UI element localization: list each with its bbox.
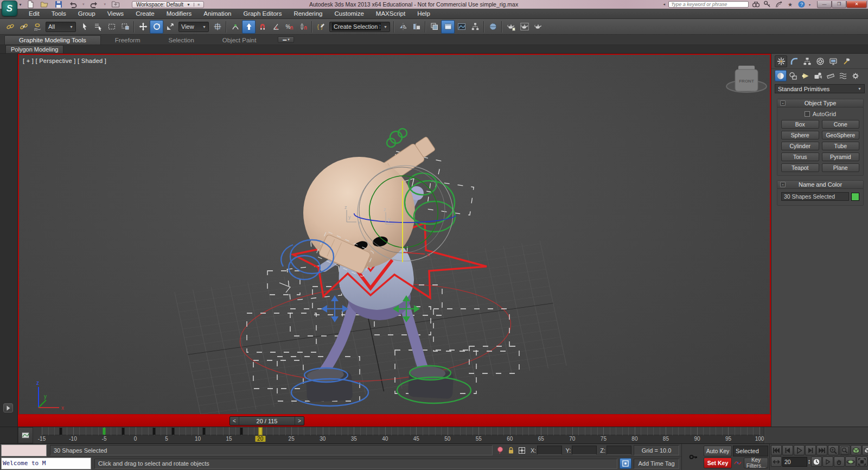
utilities-tab-icon[interactable] xyxy=(840,55,852,67)
select-object-icon[interactable] xyxy=(78,20,91,34)
object-type-button[interactable]: Pyramid xyxy=(822,153,860,161)
object-type-button[interactable]: GeoSphere xyxy=(822,131,860,139)
schematic-view-icon[interactable] xyxy=(468,20,482,34)
window-crossing-toggle-icon[interactable] xyxy=(118,20,132,34)
named-selection-sets-dropdown[interactable]: Create Selection Se ▼ xyxy=(329,22,390,32)
object-type-button[interactable]: Cone xyxy=(822,120,860,129)
zoom-all-icon[interactable] xyxy=(839,445,850,455)
menu-item[interactable]: Tools xyxy=(46,10,72,17)
app-menu-button[interactable]: S xyxy=(2,1,17,16)
menu-item[interactable]: Group xyxy=(72,10,101,17)
polygon-modeling-panel-tab[interactable]: Polygon Modeling xyxy=(5,45,63,53)
set-key-button[interactable]: Set Key xyxy=(704,458,732,468)
timeline-ruler[interactable]: -15-10-505101520253035404550556065707580… xyxy=(33,427,764,443)
left-leg[interactable] xyxy=(322,303,354,374)
animation-key[interactable] xyxy=(59,428,62,435)
create-tab-icon[interactable] xyxy=(775,55,787,67)
menu-item[interactable]: Views xyxy=(101,10,130,17)
material-editor-icon[interactable] xyxy=(486,20,500,34)
pan-flyout-icon[interactable] xyxy=(822,456,833,467)
infocenter-collapse-icon[interactable]: ◂ xyxy=(663,2,665,7)
isolate-selection-toggle-icon[interactable] xyxy=(620,458,631,469)
menu-item[interactable]: Edit xyxy=(23,10,46,17)
subscription-key-icon[interactable] xyxy=(763,1,771,8)
ribbon-minimize-icon[interactable]: ▬ ▾ xyxy=(278,36,294,43)
menu-item[interactable]: Graph Editors xyxy=(237,10,288,17)
unlink-selection-icon[interactable] xyxy=(17,20,30,34)
rectangular-selection-region-icon[interactable] xyxy=(105,20,118,34)
ribbon-tab[interactable]: Freeform xyxy=(101,36,155,45)
object-type-button[interactable]: Tube xyxy=(822,142,860,150)
menu-item[interactable]: Customize xyxy=(328,10,369,17)
key-mode-toggle-icon[interactable] xyxy=(771,456,782,467)
previous-frame-icon[interactable] xyxy=(782,445,793,455)
menu-item[interactable]: Create xyxy=(130,10,161,17)
go-to-end-icon[interactable] xyxy=(816,445,827,455)
zoom-extents-all-icon[interactable] xyxy=(862,445,868,455)
animation-key[interactable] xyxy=(203,428,206,435)
manage-layers-icon[interactable] xyxy=(427,20,441,34)
rendered-frame-window-icon[interactable] xyxy=(518,20,531,34)
select-and-rotate-icon[interactable] xyxy=(150,20,163,34)
next-frame-arrow[interactable]: > xyxy=(295,417,304,425)
infocenter-search-input[interactable] xyxy=(668,1,749,8)
object-name-field[interactable]: 30 Shapes Selected xyxy=(781,192,849,201)
object-color-swatch[interactable] xyxy=(851,193,859,201)
animation-key[interactable] xyxy=(171,428,174,435)
redo-flyout-arrow-icon[interactable]: ▾ xyxy=(104,2,106,7)
cameras-category-icon[interactable] xyxy=(812,70,824,81)
rollout-collapse-icon[interactable]: - xyxy=(780,100,786,106)
previous-frame-arrow[interactable]: < xyxy=(230,417,239,425)
angle-snap-toggle-icon[interactable] xyxy=(269,20,283,34)
autogrid-checkbox[interactable] xyxy=(805,111,810,117)
new-scene-icon[interactable] xyxy=(26,1,35,8)
notification-balloon-icon[interactable] xyxy=(495,445,506,456)
graphite-modeling-tools-toggle-icon[interactable] xyxy=(441,20,455,34)
select-and-scale-icon[interactable] xyxy=(163,20,177,34)
add-time-tag-field[interactable]: Add Time Tag xyxy=(634,459,679,469)
key-mode-dropdown[interactable]: Selected xyxy=(733,446,768,456)
project-folder-icon[interactable] xyxy=(111,1,120,8)
time-configuration-icon[interactable] xyxy=(811,456,822,467)
mirror-icon[interactable] xyxy=(396,20,410,34)
object-type-rollout-header[interactable]: - Object Type xyxy=(777,99,863,107)
track-bar-keys-strip[interactable] xyxy=(42,427,760,435)
display-tab-icon[interactable] xyxy=(827,55,839,67)
menu-item[interactable]: MAXScript xyxy=(370,10,411,17)
app-menu-arrow-icon[interactable]: ▼ xyxy=(18,3,22,7)
menu-item[interactable]: Help xyxy=(411,10,436,17)
render-production-icon[interactable] xyxy=(531,20,545,34)
select-and-manipulate-icon[interactable] xyxy=(228,20,242,34)
animation-key[interactable] xyxy=(122,428,124,435)
search-icon[interactable] xyxy=(752,1,760,8)
object-type-button[interactable]: Cylinder xyxy=(781,142,819,150)
redo-icon[interactable] xyxy=(90,1,99,8)
auto-key-button[interactable]: Auto Key xyxy=(704,446,732,456)
viewcube[interactable]: FRONT xyxy=(726,66,767,92)
render-setup-icon[interactable] xyxy=(504,20,518,34)
zoom-extents-selected-icon[interactable] xyxy=(851,445,861,455)
maximize-viewport-toggle-icon[interactable] xyxy=(857,456,867,467)
layout-tabs-expand-icon[interactable] xyxy=(3,403,13,412)
workspace-extra-icon[interactable]: ≡ xyxy=(194,3,200,7)
play-animation-icon[interactable] xyxy=(794,445,805,455)
minimize-button[interactable]: — xyxy=(817,1,832,8)
new-key-default-in-out-icon[interactable] xyxy=(733,458,743,468)
perspective-viewport[interactable]: [ + ] [ Perspective ] [ Shaded ] xyxy=(18,54,771,415)
selection-filter-dropdown[interactable]: All ▼ xyxy=(46,22,76,32)
next-frame-icon[interactable] xyxy=(805,445,816,455)
use-pivot-point-center-icon[interactable] xyxy=(210,20,224,34)
communication-center-icon[interactable] xyxy=(775,1,783,8)
set-keys-big-key-icon[interactable] xyxy=(683,445,704,469)
help-icon[interactable]: ? xyxy=(797,1,806,8)
key-filters-button[interactable]: Key Filters... xyxy=(744,458,768,468)
current-frame-input[interactable] xyxy=(782,457,807,467)
animation-key[interactable] xyxy=(153,428,156,435)
menu-item[interactable]: Rendering xyxy=(288,10,328,17)
motion-tab-icon[interactable] xyxy=(814,55,826,67)
systems-category-icon[interactable] xyxy=(850,70,861,81)
curve-editor-icon[interactable] xyxy=(455,20,468,34)
object-type-button[interactable]: Sphere xyxy=(781,131,819,139)
right-boot[interactable] xyxy=(408,365,454,399)
select-by-name-icon[interactable] xyxy=(91,20,105,34)
